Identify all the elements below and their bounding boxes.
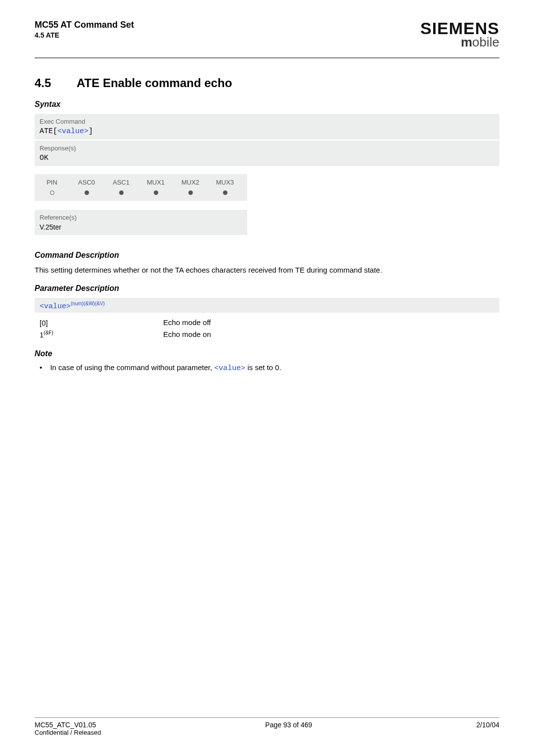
header-rule	[35, 57, 499, 58]
reference-box: Reference(s) V.25ter	[35, 210, 247, 235]
exec-prefix: ATE	[40, 127, 53, 136]
page-footer: MC55_ATC_V01.05 Confidential / Released …	[35, 717, 499, 736]
brand: SIEMENS mobile	[420, 20, 499, 48]
footer-left: MC55_ATC_V01.05 Confidential / Released	[35, 721, 101, 736]
param-value-key: [0]	[40, 318, 163, 327]
section-heading: 4.5ATE Enable command echo	[35, 76, 499, 90]
dot-full-icon	[223, 190, 227, 195]
parameter-values-table: [0] Echo mode off 1(&F) Echo mode on	[40, 317, 499, 340]
doc-subtitle: 4.5 ATE	[35, 31, 134, 39]
param-value-row: 1(&F) Echo mode on	[40, 329, 499, 340]
attr-header: MUX1	[138, 177, 173, 188]
brand-mobile-rest: obile	[472, 35, 499, 49]
brand-m: m	[461, 35, 472, 49]
attr-value	[104, 188, 138, 198]
attr-value	[173, 188, 208, 198]
param-sup: (num)(&W)(&V)	[71, 301, 105, 306]
dot-empty-icon	[50, 190, 54, 195]
header-left: MC55 AT Command Set 4.5 ATE	[35, 20, 134, 39]
footer-page-number: Page 93 of 469	[265, 721, 312, 736]
param-value-row: [0] Echo mode off	[40, 317, 499, 329]
page-header: MC55 AT Command Set 4.5 ATE SIEMENS mobi…	[35, 20, 499, 54]
footer-confidential: Confidential / Released	[35, 729, 101, 736]
attribute-table: PIN ASC0 ASC1 MUX1 MUX2 MUX3	[35, 174, 247, 201]
attr-value	[138, 188, 173, 198]
parameter-header-box: <value>(num)(&W)(&V)	[35, 298, 499, 313]
exec-command: ATE[<value>]	[40, 127, 494, 136]
dot-full-icon	[154, 190, 158, 195]
response-label: Response(s)	[40, 144, 494, 152]
footer-date: 2/10/04	[476, 721, 499, 736]
param-value-desc: Echo mode on	[163, 330, 211, 339]
attr-header: ASC0	[69, 177, 104, 188]
exec-close: ]	[89, 127, 93, 136]
note-param: <value>	[214, 364, 245, 373]
attr-value	[208, 188, 242, 198]
note-heading: Note	[35, 349, 499, 358]
brand-siemens: SIEMENS	[420, 20, 499, 37]
param-value-desc: Echo mode off	[163, 318, 211, 327]
exec-command-box: Exec Command ATE[<value>]	[35, 114, 499, 140]
dot-full-icon	[188, 190, 193, 195]
response-text: OK	[40, 154, 494, 162]
param-key: [0]	[40, 319, 48, 327]
exec-open: [	[53, 127, 57, 136]
attr-header-row: PIN ASC0 ASC1 MUX1 MUX2 MUX3	[35, 177, 247, 188]
note-text-pre: In case of using the command without par…	[50, 363, 214, 372]
dot-full-icon	[85, 190, 89, 195]
command-description-text: This setting determines whether or not t…	[35, 265, 499, 275]
note-item: In case of using the command without par…	[40, 363, 499, 373]
attr-header: ASC1	[104, 177, 138, 188]
syntax-heading: Syntax	[35, 100, 499, 109]
doc-title: MC55 AT Command Set	[35, 20, 134, 30]
reference-text: V.25ter	[40, 223, 242, 231]
exec-param: <value>	[57, 127, 89, 136]
reference-label: Reference(s)	[40, 214, 242, 221]
attr-value-row	[35, 188, 247, 198]
note-list: In case of using the command without par…	[35, 363, 499, 373]
attr-header: PIN	[35, 177, 69, 188]
parameter-description-heading: Parameter Description	[35, 284, 499, 293]
param-name: <value>	[40, 302, 71, 311]
attr-value	[35, 188, 69, 198]
attr-value	[69, 188, 104, 198]
attr-header: MUX2	[173, 177, 208, 188]
param-value-key: 1(&F)	[40, 330, 163, 339]
section-title: ATE Enable command echo	[77, 76, 232, 90]
exec-label: Exec Command	[40, 118, 494, 125]
response-box: Response(s) OK	[35, 141, 499, 166]
section-number: 4.5	[35, 76, 77, 90]
attr-header: MUX3	[208, 177, 242, 188]
command-description-heading: Command Description	[35, 251, 499, 260]
note-text-post: is set to 0.	[245, 363, 281, 372]
footer-doc-id: MC55_ATC_V01.05	[35, 721, 96, 729]
dot-full-icon	[119, 190, 124, 195]
param-key-sup: (&F)	[44, 330, 53, 335]
